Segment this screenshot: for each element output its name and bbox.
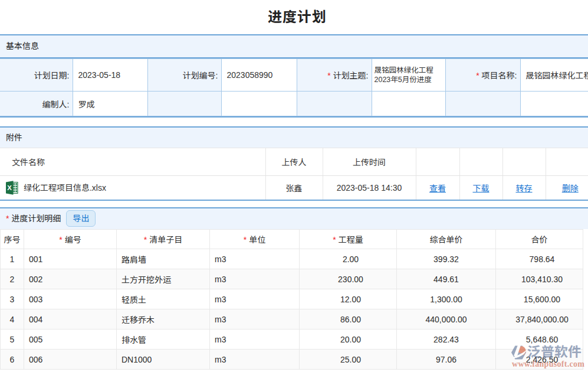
svg-text:X: X <box>7 184 12 191</box>
